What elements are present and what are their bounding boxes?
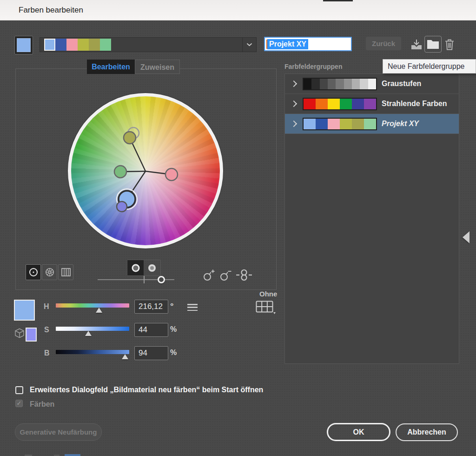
swatch-cell [360,79,368,89]
generative-recolor-button[interactable]: Generative Neufärbung [15,423,102,441]
faerben-label: Färben [30,400,54,409]
brightness-label: B [44,349,50,357]
swatch-cell [344,79,352,89]
remove-color-tool[interactable] [217,267,234,283]
ring-marker-toggle[interactable] [127,260,144,275]
add-color-tool[interactable] [200,267,218,283]
colorbar-swatch[interactable] [55,39,66,51]
checkmark-icon: ✓ [17,400,22,407]
swatch-cell [328,79,336,89]
brightness-slider-handle[interactable] [122,354,128,359]
smooth-wheel-icon [28,267,39,277]
swatch-cell [304,99,316,109]
dot-marker-toggle[interactable] [144,260,160,275]
ok-button[interactable]: OK [327,423,390,441]
base-color-swatch[interactable] [26,328,37,342]
open-advanced-dialog-label: Erweitertes Dialogfeld „Bildmaterial neu… [30,386,263,394]
swatch-grid-icon [256,301,276,315]
colorbar-swatch[interactable] [78,39,89,51]
cancel-button[interactable]: Abbrechen [396,423,458,441]
expand-chevron-icon[interactable] [285,101,303,106]
delete-group-button[interactable] [443,38,456,51]
colorbar-swatch[interactable] [89,39,100,51]
faerben-checkbox[interactable]: ✓ [15,400,23,407]
swatch-groups-list: GraustufenStrahlende FarbenProjekt XY [284,74,459,364]
link-harmony-colors-tool[interactable] [235,267,253,283]
hue-unit: ° [170,301,174,311]
color-bars-icon [61,268,71,277]
swatch-cell [320,79,328,89]
tab-zuweisen[interactable]: Zuweisen [135,60,180,74]
hue-slider-track[interactable] [56,303,129,308]
dropdown-button[interactable] [242,38,256,52]
ring-marker-icon [131,263,140,273]
current-color-swatch [17,38,31,52]
color-marker-green[interactable] [114,166,126,178]
recolor-dialog: Projekt XY Zurück Neue Farbfeldergruppe … [0,20,476,456]
expand-chevron-icon[interactable] [285,81,303,86]
swatch-cell [311,79,319,89]
brightness-value-field[interactable]: 94 [134,346,168,360]
open-advanced-dialog-checkbox[interactable] [15,386,23,394]
hue-value-field[interactable]: 216,12 [134,300,168,314]
smooth-wheel-button[interactable] [26,264,41,280]
swatch-cell [304,79,311,89]
selected-text: Projekt XY [267,39,308,49]
swatch-cell [364,119,376,129]
limit-library-label: Ohne [259,290,277,298]
add-color-icon [202,268,216,282]
colorbar-swatch[interactable] [100,39,111,51]
save-icon [410,39,423,50]
saturation-value-field[interactable]: 44 [134,323,168,337]
group-name: Strahlende Farben [382,100,447,108]
color-bars-view-button[interactable] [58,264,73,280]
slider-center-tick [144,276,145,283]
swatch-library-limit-button[interactable] [256,301,276,315]
saturation-slider-track[interactable] [56,327,129,331]
swatch-group-row[interactable]: Strahlende Farben [285,94,459,114]
hue-options-menu-icon[interactable] [187,304,198,311]
group-name: Graustufen [382,80,421,88]
collapse-panel-arrow[interactable] [463,231,469,243]
dialog-title: Farben bearbeiten [19,0,83,20]
new-swatch-group-button[interactable] [424,36,442,53]
swatch-cell [316,99,328,109]
remove-color-icon [218,268,232,282]
swatch-group-row[interactable]: Graustufen [285,74,459,94]
brightness-slider-track[interactable] [56,350,129,354]
current-color-button[interactable] [14,36,33,54]
color-bar-swatches [44,39,111,51]
group-name-input[interactable]: Projekt XY [264,37,352,51]
swatch-group-row[interactable]: Projekt XY [285,114,459,134]
saturation-label: S [44,326,49,334]
color-marker-purple[interactable] [117,201,127,212]
swatch-cell [328,119,340,129]
color-group-dropdown[interactable] [40,37,257,52]
colorbar-swatch[interactable] [66,39,78,51]
link-icon [235,267,253,283]
color-marker-pink[interactable] [165,168,178,181]
save-to-swatches-button[interactable] [409,38,424,51]
folder-icon [427,40,439,49]
dot-marker-icon [147,263,157,273]
swatch-cell [364,99,376,109]
background-fragment [65,454,80,456]
hue-slider-handle[interactable] [96,308,102,313]
back-button[interactable]: Zurück [366,37,401,50]
segmented-wheel-button[interactable] [42,264,57,280]
swatch-cell [340,99,352,109]
swatch-cell [304,119,316,129]
saturation-slider-handle[interactable] [85,331,92,336]
swatch-cell [352,119,364,129]
dialog-titlebar[interactable]: Farben bearbeiten [0,0,476,20]
colorbar-swatch-selected[interactable] [44,39,55,51]
expand-chevron-icon[interactable] [285,121,303,126]
group-swatch-bar [303,118,377,130]
active-color-large-swatch[interactable] [14,300,35,321]
tab-bearbeiten[interactable]: Bearbeiten [87,60,135,74]
color-marker-olive[interactable] [124,132,136,144]
hue-label: H [44,302,49,311]
base-color-cube-icon [14,328,25,338]
segmented-wheel-icon [45,267,55,277]
harmony-order-slider-handle[interactable] [158,276,165,283]
